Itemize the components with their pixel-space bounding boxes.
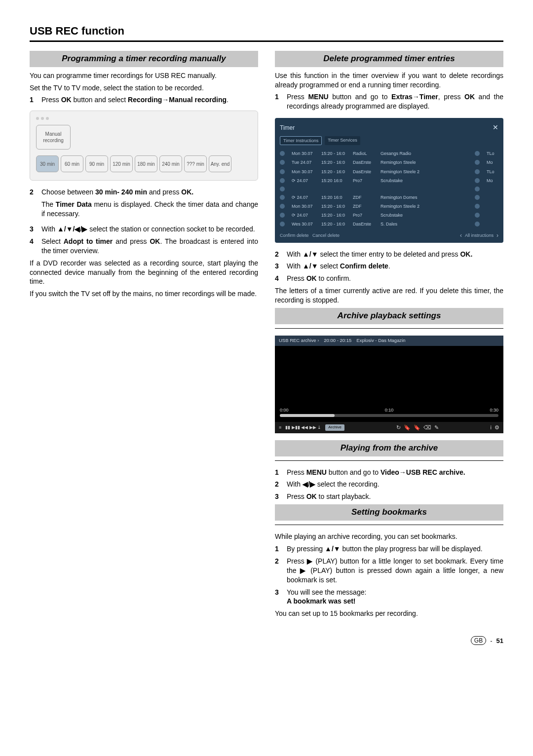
status-badge-icon — [475, 151, 480, 156]
archive-chip[interactable]: Archive — [325, 424, 344, 431]
bookmark-icon[interactable]: 🔖 — [404, 424, 411, 431]
left-column: Programming a timer recording manually Y… — [30, 51, 258, 622]
footer-all-instructions[interactable]: All instructions — [465, 232, 494, 238]
tab-timer-instructions[interactable]: Timer Instructions — [280, 136, 322, 145]
timer-row[interactable]: ⟳ 24.0715:20 16:0Pro7ScrubstakeMo — [280, 176, 498, 185]
tile-180min[interactable]: 180 min — [135, 155, 157, 172]
cell-time: 15:20 - 16:0 — [321, 159, 350, 165]
cell-channel: DasErste — [353, 221, 378, 227]
step-body: You will see the message: A bookmark was… — [287, 588, 503, 606]
cell-time: 15:20 - 16:0 — [321, 203, 350, 209]
steps-delete-cont: 2 With ▲/▼ select the timer entry to be … — [275, 250, 503, 284]
tile-60min[interactable]: 60 min — [61, 155, 83, 172]
step-body: Choose between 30 min- 240 min and press… — [41, 188, 258, 222]
section-title-bookmarks: Setting bookmarks — [275, 504, 503, 521]
info-icon[interactable]: i — [491, 424, 492, 431]
cell-title: Scrubstake — [381, 178, 472, 184]
timer-row[interactable]: Wes 30.0715:20 - 16:0DasErsteS. Dales — [280, 220, 498, 228]
status-badge-icon — [280, 178, 285, 183]
cell-date: Mon 30.07 — [292, 203, 318, 209]
step-body: With ▲/▼ select the timer entry to be de… — [287, 250, 503, 259]
cell-channel: ZDF — [353, 203, 378, 209]
section-rule — [275, 525, 503, 525]
cell-tag: Mo — [487, 159, 498, 165]
step-num: 4 — [30, 237, 38, 256]
cell-time: 15:20 - 16:0 — [321, 151, 350, 156]
step-body: With ▲/▼/◀/▶ select the station or conne… — [41, 225, 258, 234]
status-badge-icon — [475, 178, 480, 183]
status-badge-icon — [475, 222, 480, 227]
title-rule — [30, 40, 503, 42]
tile-xxxmin[interactable]: ??? min — [184, 155, 207, 172]
footer-cancel-delete[interactable]: Cancel delete — [312, 233, 340, 238]
step-body: Press ▶ (PLAY) button for a little longe… — [287, 557, 503, 585]
section-title-programming: Programming a timer recording manually — [30, 51, 258, 67]
timer-row[interactable] — [280, 185, 498, 193]
p-bookmarks-intro: While playing an archive recording, you … — [275, 532, 503, 541]
steps-playing: 1 Press MENU button and go to Video→USB … — [275, 468, 503, 502]
chevron-left-icon[interactable]: ‹ — [460, 231, 462, 239]
repeat-icon[interactable]: ↻ — [396, 424, 401, 431]
step-body: Press MENU button and go to Video→USB RE… — [287, 468, 503, 477]
timer-row[interactable]: Tue 24.0715:20 - 16:0DasErsteRemington S… — [280, 158, 498, 167]
cell-title: S. Dales — [381, 221, 472, 227]
cell-title: Remington Steele 2 — [381, 203, 472, 209]
steps-delete: 1 Press MENU button and go to Extras→Tim… — [275, 92, 503, 111]
footer-confirm-delete[interactable]: Confirm delete — [280, 233, 309, 238]
tile-120min[interactable]: 120 min — [110, 155, 133, 172]
cell-tag: TLo — [487, 169, 498, 175]
bookmark-set-icon[interactable]: 🔖 — [414, 424, 420, 431]
step-body: By pressing ▲/▼ button the play progress… — [287, 544, 503, 554]
p-bookmarks-limit: You can set up to 15 bookmarks per recor… — [275, 609, 503, 618]
cell-title: Remington Steele — [381, 159, 472, 165]
cell-date: ⟳ 24.07 — [292, 212, 318, 218]
tile-manual-recording[interactable]: Manual recording — [36, 125, 71, 150]
cell-date: ⟳ 24.07 — [292, 194, 318, 200]
step-num: 3 — [275, 492, 283, 501]
cell-date: Wes 30.07 — [292, 221, 318, 227]
tile-240min[interactable]: 240 min — [159, 155, 182, 172]
step-num: 4 — [275, 274, 283, 283]
tile-any-end[interactable]: Any. end — [209, 155, 231, 172]
timer-row[interactable]: Mon 30.0715:20 - 16:0RadioLGesangs Radio… — [280, 149, 498, 158]
status-badge-icon — [280, 222, 285, 227]
timer-row[interactable]: Mon 30.0715:20 - 16:0DasErsteRemington S… — [280, 167, 498, 176]
step-num: 1 — [275, 544, 283, 554]
cell-date: Mon 30.07 — [292, 151, 318, 156]
arc-t0: 0:00 — [280, 407, 289, 413]
tab-timer-services[interactable]: Timer Services — [325, 136, 360, 145]
step-num: 1 — [275, 92, 283, 111]
page-title: USB REC function — [30, 24, 503, 38]
edit-icon[interactable]: ✎ — [434, 424, 439, 431]
p-mains-note: If you switch the TV set off by the main… — [30, 289, 258, 299]
timer-row[interactable]: ⟳ 24.0715:20 16:0ZDFRemington Domes — [280, 193, 498, 202]
settings-icon[interactable]: ⚙ — [495, 424, 499, 431]
status-badge-icon — [280, 151, 285, 156]
chevron-right-icon[interactable]: › — [496, 231, 498, 239]
step-num: 3 — [275, 588, 283, 606]
cell-time: 15:20 16:0 — [321, 194, 350, 200]
status-badge-icon — [280, 160, 285, 165]
tile-30min[interactable]: 30 min — [36, 155, 59, 172]
cell-date: ⟳ 24.07 — [292, 178, 318, 184]
status-badge-icon — [280, 169, 285, 174]
timer-row[interactable]: ⟳ 24.0715:20 - 16:0Pro7Scrubstake — [280, 211, 498, 220]
delete-icon[interactable]: ⌫ — [423, 424, 431, 431]
close-icon[interactable]: ✕ — [493, 123, 498, 132]
timer-row[interactable]: Mon 30.0715:20 - 16:0ZDFRemington Steele… — [280, 202, 498, 211]
two-column-layout: Programming a timer recording manually Y… — [30, 51, 503, 622]
cell-channel: ZDF — [353, 194, 378, 200]
menu-icon[interactable]: ≡ — [279, 424, 281, 430]
arc-progress-bar[interactable] — [280, 414, 498, 417]
cell-time: 15:20 - 16:0 — [321, 221, 350, 227]
playback-controls[interactable]: ▮▮ ▶▮▮ ◀◀ ▶▶ ⤓ — [285, 424, 321, 430]
figure-archive-playback: USB REC archive › 20:00 - 20:15 Explosiv… — [275, 336, 503, 433]
cell-channel: DasErste — [353, 169, 378, 175]
tile-90min[interactable]: 90 min — [85, 155, 108, 172]
step-body: With ◀/▶ select the recording. — [287, 480, 503, 489]
steps-bookmarks: 1 By pressing ▲/▼ button the play progre… — [275, 544, 503, 606]
p-red-letters: The letters of a timer currently active … — [275, 286, 503, 305]
step2-subtext: The Timer Data menu is displayed. Check … — [41, 200, 258, 219]
dot-icon — [36, 117, 39, 120]
step-body: Press OK to confirm. — [287, 274, 503, 283]
